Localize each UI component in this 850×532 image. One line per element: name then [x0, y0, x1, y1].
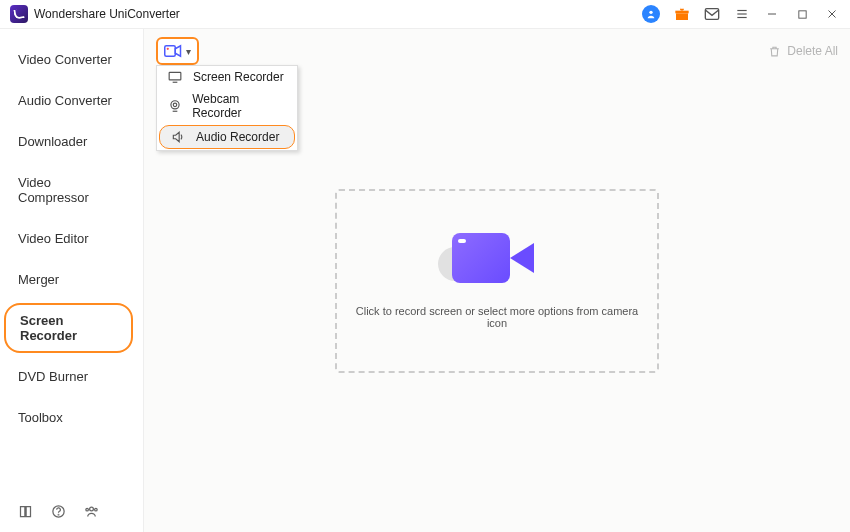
recorder-type-dropdown[interactable]: ▾ [156, 37, 199, 65]
menu-item-label: Screen Recorder [193, 70, 284, 84]
menu-item-label: Webcam Recorder [192, 92, 287, 120]
toolbar: ▾ Delete All [156, 37, 838, 65]
trash-icon [768, 45, 781, 58]
svg-rect-14 [165, 46, 176, 57]
svg-rect-6 [798, 10, 805, 17]
recorder-type-menu: Screen Recorder Webcam Recorder Audio Re… [156, 65, 298, 151]
sidebar-item-downloader[interactable]: Downloader [0, 124, 143, 159]
svg-point-12 [86, 508, 89, 511]
svg-point-11 [90, 507, 94, 511]
sidebar-item-dvd-burner[interactable]: DVD Burner [0, 359, 143, 394]
svg-point-18 [171, 101, 179, 109]
svg-point-13 [95, 508, 98, 511]
maximize-icon[interactable] [794, 6, 810, 22]
minimize-icon[interactable] [764, 6, 780, 22]
main-content: ▾ Delete All Screen Recorder [144, 29, 850, 532]
chevron-down-icon: ▾ [186, 46, 191, 57]
delete-all-button[interactable]: Delete All [768, 44, 838, 58]
sidebar-item-video-compressor[interactable]: Video Compressor [0, 165, 143, 215]
dropzone-hint: Click to record screen or select more op… [337, 305, 657, 329]
sidebar-item-screen-recorder[interactable]: Screen Recorder [4, 303, 133, 353]
app-body: Video Converter Audio Converter Download… [0, 29, 850, 532]
community-icon[interactable] [84, 504, 99, 522]
camera-large-icon [452, 233, 542, 283]
app-title: Wondershare UniConverter [34, 7, 180, 21]
svg-point-15 [167, 48, 169, 50]
close-icon[interactable] [824, 6, 840, 22]
menu-item-audio-recorder[interactable]: Audio Recorder [159, 125, 295, 149]
menu-icon[interactable] [734, 6, 750, 22]
delete-all-label: Delete All [787, 44, 838, 58]
help-icon[interactable] [51, 504, 66, 522]
sidebar-item-merger[interactable]: Merger [0, 262, 143, 297]
sidebar-item-video-editor[interactable]: Video Editor [0, 221, 143, 256]
titlebar-actions [642, 5, 840, 23]
gift-icon[interactable] [674, 6, 690, 22]
guide-icon[interactable] [18, 504, 33, 522]
camera-icon [164, 44, 182, 58]
sidebar-item-audio-converter[interactable]: Audio Converter [0, 83, 143, 118]
audio-icon [170, 130, 186, 144]
account-icon[interactable] [642, 5, 660, 23]
svg-point-19 [173, 103, 177, 107]
record-dropzone[interactable]: Click to record screen or select more op… [335, 189, 659, 373]
app-logo-icon [10, 5, 28, 23]
sidebar-item-video-converter[interactable]: Video Converter [0, 42, 143, 77]
menu-item-screen-recorder[interactable]: Screen Recorder [157, 66, 297, 88]
svg-point-10 [58, 514, 59, 515]
webcam-icon [167, 99, 182, 113]
svg-point-0 [649, 11, 652, 14]
mail-icon[interactable] [704, 6, 720, 22]
screen-icon [167, 71, 183, 83]
menu-item-webcam-recorder[interactable]: Webcam Recorder [157, 88, 297, 124]
sidebar-footer [18, 504, 99, 522]
menu-item-label: Audio Recorder [196, 130, 279, 144]
sidebar-item-toolbox[interactable]: Toolbox [0, 400, 143, 435]
svg-rect-1 [705, 9, 718, 20]
app-window: Wondershare UniConverter [0, 0, 850, 532]
sidebar: Video Converter Audio Converter Download… [0, 29, 144, 532]
titlebar: Wondershare UniConverter [0, 0, 850, 29]
svg-rect-16 [169, 72, 181, 80]
